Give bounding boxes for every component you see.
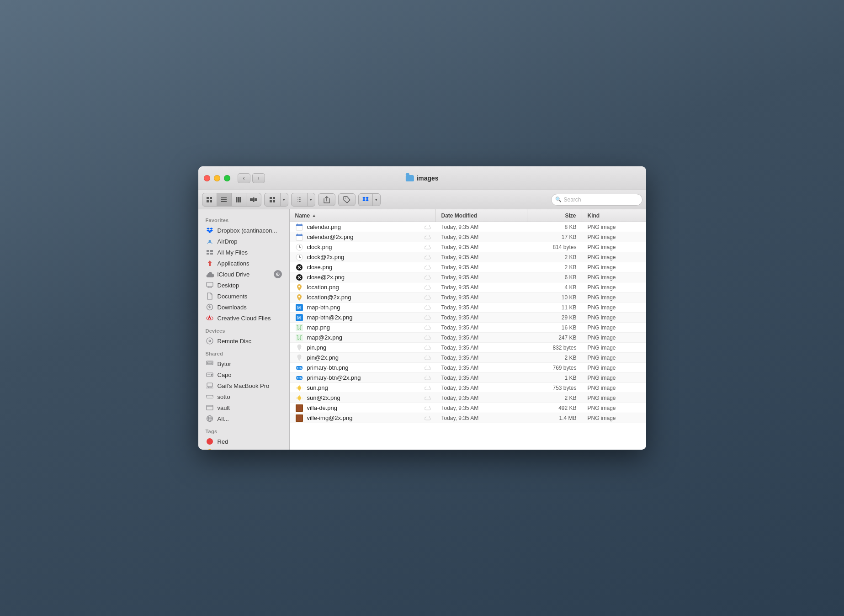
sidebar-item-documents[interactable]: Documents xyxy=(198,291,289,302)
sidebar-item-tag-orange[interactable]: Orange xyxy=(198,447,289,450)
sidebar-item-downloads[interactable]: Downloads xyxy=(198,302,289,313)
maximize-button[interactable] xyxy=(224,175,230,181)
file-row[interactable]: close.png Today, 9:35 AM 2 KB PNG image xyxy=(290,262,646,272)
sidebar-downloads-label: Downloads xyxy=(218,304,282,311)
file-row[interactable]: clock.png Today, 9:35 AM 814 bytes PNG i… xyxy=(290,242,646,252)
sotto-icon xyxy=(206,393,214,401)
forward-button[interactable]: › xyxy=(252,173,265,183)
file-row[interactable]: calendar.png Today, 9:35 AM 8 KB PNG ima… xyxy=(290,222,646,232)
file-row[interactable]: map@2x.png Today, 9:35 AM 247 KB PNG ima… xyxy=(290,333,646,343)
sidebar-item-dropbox[interactable]: Dropbox (cantinacon... xyxy=(198,225,289,236)
sidebar-sotto-label: sotto xyxy=(218,393,282,400)
svg-rect-3 xyxy=(210,200,212,202)
file-row[interactable]: ville-img@2x.png Today, 9:35 AM 1.4 MB P… xyxy=(290,413,646,423)
sidebar-item-creative-cloud[interactable]: Creative Cloud Files xyxy=(198,313,289,324)
sidebar-item-icloud[interactable]: iCloud Drive xyxy=(198,269,289,280)
toolbar: ▾ ▾ xyxy=(198,190,646,209)
svg-rect-36 xyxy=(207,362,212,364)
sidebar-vault-label: vault xyxy=(218,404,282,411)
sidebar-item-all-files[interactable]: All My Files xyxy=(198,247,289,258)
sidebar-item-bytor[interactable]: Bytor xyxy=(198,358,289,369)
file-row[interactable]: calendar@2x.png Today, 9:35 AM 17 KB PNG… xyxy=(290,232,646,242)
close-button[interactable] xyxy=(204,175,210,181)
file-row[interactable]: pin.png Today, 9:35 AM 832 bytes PNG ima… xyxy=(290,343,646,353)
sidebar-item-tag-red[interactable]: Red xyxy=(198,436,289,447)
file-thumb-icon xyxy=(295,344,303,352)
sidebar-item-airdrop[interactable]: AirDrop xyxy=(198,236,289,247)
actions-button[interactable]: ▾ xyxy=(291,193,315,207)
cloud-icon xyxy=(423,255,432,260)
col-name-header[interactable]: Name ▲ xyxy=(290,209,436,222)
file-size: 1.4 MB xyxy=(527,415,582,421)
sidebar-dropbox-label: Dropbox (cantinacon... xyxy=(218,227,282,234)
file-size: 2 KB xyxy=(527,264,582,271)
svg-rect-2 xyxy=(207,200,209,202)
cloud-icon xyxy=(423,356,432,360)
dropbox-main[interactable] xyxy=(359,194,373,206)
sidebar-icloud-label: iCloud Drive xyxy=(218,271,270,278)
icon-view-button[interactable] xyxy=(202,193,217,206)
file-kind: PNG image xyxy=(582,355,646,361)
sidebar-item-applications[interactable]: Applications xyxy=(198,258,289,269)
file-row[interactable]: villa-de.png Today, 9:35 AM 492 KB PNG i… xyxy=(290,403,646,413)
file-row[interactable]: location@2x.png Today, 9:35 AM 10 KB PNG… xyxy=(290,292,646,303)
minimize-button[interactable] xyxy=(214,175,220,181)
file-size: 29 KB xyxy=(527,314,582,321)
svg-rect-1 xyxy=(210,197,212,199)
file-name-cell: close@2x.png xyxy=(290,273,436,281)
file-row[interactable]: BTN primary-btn.png Today, 9:35 AM 769 b… xyxy=(290,363,646,373)
file-row[interactable]: pin@2x.png Today, 9:35 AM 2 KB PNG image xyxy=(290,353,646,363)
tag-button[interactable] xyxy=(338,193,356,206)
dropbox-arrow[interactable]: ▾ xyxy=(373,194,380,206)
dropbox-button[interactable]: ▾ xyxy=(358,193,381,206)
file-row[interactable]: map.png Today, 9:35 AM 16 KB PNG image xyxy=(290,323,646,333)
col-date-header[interactable]: Date Modified xyxy=(436,209,527,222)
file-row[interactable]: clock@2x.png Today, 9:35 AM 2 KB PNG ima… xyxy=(290,252,646,262)
file-kind: PNG image xyxy=(582,284,646,291)
list-view-button[interactable] xyxy=(217,193,232,206)
back-button[interactable]: ‹ xyxy=(238,173,250,183)
sidebar-gails-label: Gail's MacBook Pro xyxy=(218,382,282,389)
cloud-icon xyxy=(423,305,432,310)
file-row[interactable]: M map-btn@2x.png Today, 9:35 AM 29 KB PN… xyxy=(290,313,646,323)
col-size-header[interactable]: Size xyxy=(527,209,582,222)
sidebar-item-gails-macbook[interactable]: Gail's MacBook Pro xyxy=(198,380,289,391)
actions-arrow[interactable]: ▾ xyxy=(308,193,315,206)
file-row[interactable]: M map-btn.png Today, 9:35 AM 11 KB PNG i… xyxy=(290,303,646,313)
sidebar-tag-orange-label: Orange xyxy=(218,449,282,450)
sidebar-item-sotto[interactable]: sotto xyxy=(198,391,289,402)
svg-rect-7 xyxy=(236,197,238,202)
folder-icon xyxy=(405,175,414,181)
share-button[interactable] xyxy=(318,193,335,206)
file-date: Today, 9:35 AM xyxy=(436,234,527,240)
col-kind-header[interactable]: Kind xyxy=(582,209,646,222)
file-row[interactable]: location.png Today, 9:35 AM 4 KB PNG ima… xyxy=(290,282,646,292)
sidebar-desktop-label: Desktop xyxy=(218,282,282,289)
sidebar-item-desktop[interactable]: Desktop xyxy=(198,280,289,291)
all-files-icon xyxy=(206,248,214,256)
file-date: Today, 9:35 AM xyxy=(436,324,527,331)
actions-main[interactable] xyxy=(292,193,308,206)
arrange-arrow[interactable]: ▾ xyxy=(281,193,288,206)
svg-point-21 xyxy=(300,199,301,200)
file-thumb-icon: M xyxy=(295,303,303,312)
sidebar-item-capo[interactable]: Capo xyxy=(198,369,289,380)
file-row[interactable]: sun@2x.png Today, 9:35 AM 2 KB PNG image xyxy=(290,393,646,403)
file-row[interactable]: BTN primary-btn@2x.png Today, 9:35 AM 1 … xyxy=(290,373,646,383)
svg-rect-12 xyxy=(255,198,257,201)
column-view-button[interactable] xyxy=(232,193,246,206)
file-date: Today, 9:35 AM xyxy=(436,405,527,411)
sidebar-item-vault[interactable]: vault xyxy=(198,402,289,413)
arrange-main[interactable] xyxy=(265,193,281,206)
sidebar-item-all[interactable]: All... xyxy=(198,413,289,424)
file-row[interactable]: close@2x.png Today, 9:35 AM 6 KB PNG ima… xyxy=(290,272,646,282)
cover-view-button[interactable] xyxy=(246,193,261,206)
arrange-button[interactable]: ▾ xyxy=(264,193,288,207)
nav-buttons: ‹ › xyxy=(238,173,265,183)
file-row[interactable]: sun.png Today, 9:35 AM 753 bytes PNG ima… xyxy=(290,383,646,393)
file-name-text: clock@2x.png xyxy=(307,254,419,260)
file-name-text: close@2x.png xyxy=(307,274,419,281)
svg-rect-43 xyxy=(207,405,213,410)
search-box[interactable]: 🔍 Search xyxy=(551,194,642,206)
sidebar-item-remote-disc[interactable]: Remote Disc xyxy=(198,335,289,346)
